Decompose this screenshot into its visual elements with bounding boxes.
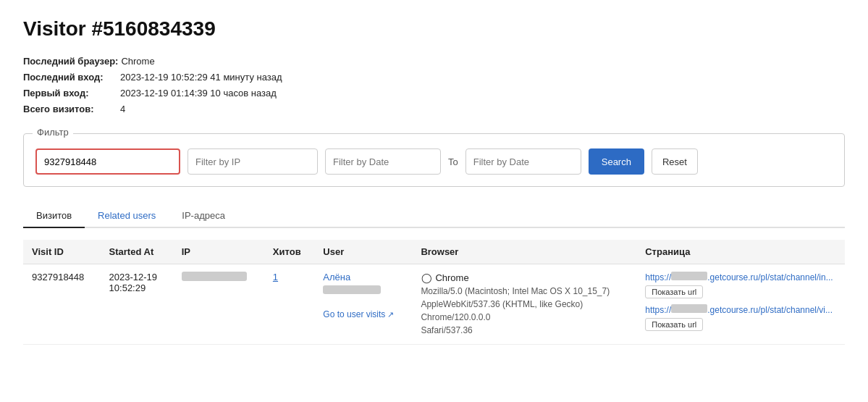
ip-filter-input[interactable] xyxy=(187,148,318,175)
external-link-icon: ↗ xyxy=(387,310,394,319)
page-url-2-block: https://.getcourse.ru/pl/stat/channel/vi… xyxy=(645,304,836,337)
th-hits: Хитов xyxy=(264,240,314,264)
cell-started-at: 2023-12-19 10:52:29 xyxy=(101,264,173,345)
cell-user: Алёна Go to user visits ↗ xyxy=(314,264,412,345)
meta-browser-value: Chrome xyxy=(121,54,154,70)
search-button[interactable]: Search xyxy=(589,148,644,175)
meta-block: Последний браузер: Chrome Последний вход… xyxy=(23,54,845,117)
cell-browser: ◯ Chrome Mozilla/5.0 (Macintosh; Intel M… xyxy=(412,264,636,345)
visits-table: Visit ID Started At IP Хитов User Browse… xyxy=(23,240,845,345)
th-page: Страница xyxy=(636,240,845,264)
meta-last-login-value: 2023-12-19 10:52:29 41 минуту назад xyxy=(120,70,282,85)
url2-suffix: .getcourse.ru/pl/stat/channel/vi... xyxy=(707,305,833,315)
cell-visit-id: 9327918448 xyxy=(23,264,101,345)
cell-page: https://.getcourse.ru/pl/stat/channel/in… xyxy=(636,264,845,345)
started-at-time: 10:52:29 xyxy=(109,282,146,293)
cell-ip xyxy=(173,264,264,345)
meta-first-login-value: 2023-12-19 01:14:39 10 часов назад xyxy=(120,85,277,101)
user-name-link[interactable]: Алёна xyxy=(323,272,350,282)
date-to-label: To xyxy=(448,156,458,167)
show-url-2-button[interactable]: Показать url xyxy=(645,318,703,331)
filter-row: To Search Reset xyxy=(35,148,833,175)
browser-name: ◯ Chrome xyxy=(421,272,628,283)
started-at-date: 2023-12-19 xyxy=(109,272,158,282)
reset-button[interactable]: Reset xyxy=(652,148,698,175)
page-url-1-block: https://.getcourse.ru/pl/stat/channel/in… xyxy=(645,272,836,304)
url1-suffix: .getcourse.ru/pl/stat/channel/in... xyxy=(707,272,833,282)
hits-link[interactable]: 1 xyxy=(273,272,278,282)
meta-total-visits: Всего визитов: 4 xyxy=(23,101,845,117)
show-url-1-button[interactable]: Показать url xyxy=(645,285,703,298)
filter-legend: Фильтр xyxy=(33,127,73,138)
ip-blurred xyxy=(182,272,247,281)
th-visit-id: Visit ID xyxy=(23,240,101,264)
tab-related-users[interactable]: Related users xyxy=(85,204,169,228)
meta-first-login-label: Первый вход: xyxy=(23,85,117,101)
chrome-icon: ◯ xyxy=(421,272,432,283)
tab-visits[interactable]: Визитов xyxy=(23,204,85,228)
meta-total-visits-label: Всего визитов: xyxy=(23,101,117,117)
meta-browser: Последний браузер: Chrome xyxy=(23,54,845,70)
tabs-bar: Визитов Related users IP-адреса xyxy=(23,204,845,228)
page-title: Visitor #5160834339 xyxy=(23,17,845,41)
browser-name-text: Chrome xyxy=(435,272,468,283)
th-browser: Browser xyxy=(412,240,636,264)
filter-box: Фильтр To Search Reset xyxy=(23,133,845,187)
user-sub-blurred xyxy=(323,285,381,294)
tab-ip-addresses[interactable]: IP-адреса xyxy=(169,204,238,228)
page-url-1: https://.getcourse.ru/pl/stat/channel/in… xyxy=(645,272,833,282)
meta-last-login: Последний вход: 2023-12-19 10:52:29 41 м… xyxy=(23,70,845,85)
meta-first-login: Первый вход: 2023-12-19 01:14:39 10 часо… xyxy=(23,85,845,101)
url1-blurred xyxy=(671,272,707,280)
browser-details: Mozilla/5.0 (Macintosh; Intel Mac OS X 1… xyxy=(421,285,628,337)
date-from-input[interactable] xyxy=(325,148,441,175)
table-row: 9327918448 2023-12-19 10:52:29 1 Алёна G… xyxy=(23,264,845,345)
th-ip: IP xyxy=(173,240,264,264)
meta-browser-label: Последний браузер: xyxy=(23,54,118,70)
page-url-2: https://.getcourse.ru/pl/stat/channel/vi… xyxy=(645,305,833,315)
meta-total-visits-value: 4 xyxy=(120,101,125,117)
th-started-at: Started At xyxy=(101,240,173,264)
visitor-id-input[interactable] xyxy=(35,148,180,175)
table-header-row: Visit ID Started At IP Хитов User Browse… xyxy=(23,240,845,264)
go-to-user-label: Go to user visits xyxy=(323,309,385,319)
date-to-input[interactable] xyxy=(465,148,581,175)
th-user: User xyxy=(314,240,412,264)
url2-prefix: https:// xyxy=(645,305,671,315)
go-to-user-visits-link[interactable]: Go to user visits ↗ xyxy=(323,309,394,319)
meta-last-login-label: Последний вход: xyxy=(23,70,117,85)
url1-prefix: https:// xyxy=(645,272,671,282)
url2-blurred xyxy=(671,304,707,313)
cell-hits: 1 xyxy=(264,264,314,345)
